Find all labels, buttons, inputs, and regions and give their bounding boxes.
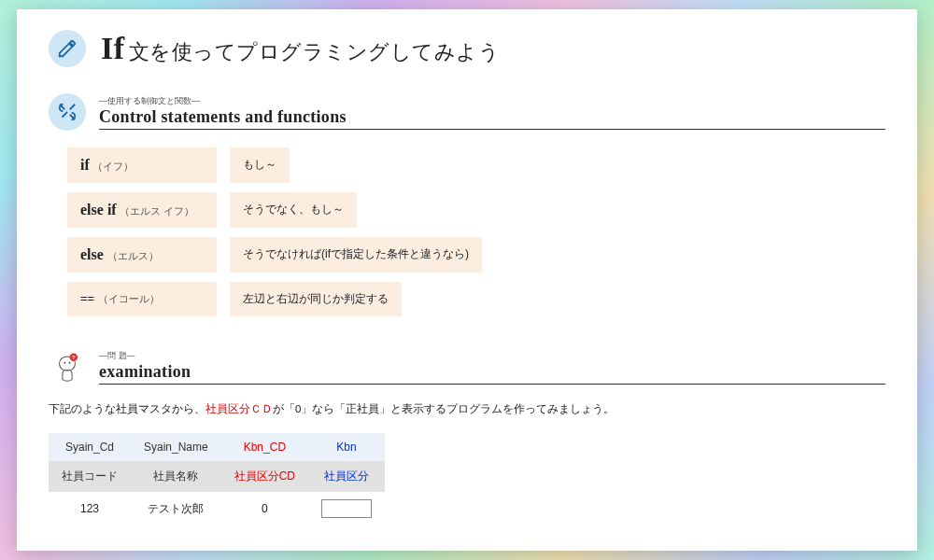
col-kbn-jp: 社員区分 bbox=[308, 461, 385, 492]
exam-description: 下記のような社員マスタから、社員区分ＣＤが「0」なら「正社員」と表示するプログラ… bbox=[49, 402, 885, 416]
definition-table: if （イフ） もし～ else if （エルス イフ） そうでなく、もし～ e… bbox=[67, 147, 885, 316]
def-row: if （イフ） もし～ bbox=[67, 147, 885, 183]
title-row: If 文を使ってプログラミングしてみよう bbox=[49, 30, 885, 67]
col-syain-name-jp: 社員名称 bbox=[131, 461, 221, 492]
cell-name: テスト次郎 bbox=[131, 492, 221, 525]
exam-text-post: が「0」なら「正社員」と表示するプログラムを作ってみましょう。 bbox=[273, 403, 615, 414]
tools-icon bbox=[49, 93, 86, 131]
col-syain-cd: Syain_Cd bbox=[49, 433, 131, 461]
syain-table: Syain_Cd Syain_Name Kbn_CD Kbn 社員コード 社員名… bbox=[49, 433, 385, 525]
def-reading: （エルス） bbox=[107, 250, 159, 261]
exam-text-pre: 下記のような社員マスタから、 bbox=[49, 403, 205, 414]
def-term: == （イコール） bbox=[67, 282, 217, 316]
col-syain-cd-jp: 社員コード bbox=[49, 461, 131, 492]
def-reading: （イフ） bbox=[92, 161, 134, 172]
col-kbn: Kbn bbox=[308, 433, 385, 461]
content-card: If 文を使ってプログラミングしてみよう ―使用する制御文と関数― Contro… bbox=[17, 9, 917, 551]
cell-code: 123 bbox=[49, 492, 131, 525]
section-exam-head: ? ―問 題― examination bbox=[49, 348, 885, 385]
section-control-head: ―使用する制御文と関数― Control statements and func… bbox=[49, 93, 885, 131]
section-exam-titles: ―問 題― examination bbox=[99, 350, 885, 385]
col-kbn-cd: Kbn_CD bbox=[221, 433, 308, 461]
def-desc: そうでなく、もし～ bbox=[230, 192, 357, 228]
table-row: 123 テスト次郎 0 bbox=[49, 492, 385, 525]
table-header-jp: 社員コード 社員名称 社員区分CD 社員区分 bbox=[49, 461, 385, 492]
col-kbn-cd-jp: 社員区分CD bbox=[221, 461, 308, 492]
def-reading: （イコール） bbox=[98, 293, 160, 304]
pencil-icon bbox=[49, 30, 86, 67]
cell-kbn bbox=[308, 492, 385, 525]
table-header-en: Syain_Cd Syain_Name Kbn_CD Kbn bbox=[49, 433, 385, 461]
question-icon: ? bbox=[49, 348, 86, 385]
svg-text:?: ? bbox=[72, 355, 76, 360]
svg-point-3 bbox=[64, 362, 65, 364]
def-keyword: == bbox=[80, 291, 94, 305]
def-row: == （イコール） 左辺と右辺が同じか判定する bbox=[67, 282, 885, 316]
section-control-titles: ―使用する制御文と関数― Control statements and func… bbox=[99, 95, 885, 130]
section-exam-main: examination bbox=[99, 362, 885, 382]
def-row: else （エルス） そうでなければ(ifで指定した条件と違うなら) bbox=[67, 237, 885, 273]
def-term: else if （エルス イフ） bbox=[67, 192, 217, 228]
def-desc: もし～ bbox=[230, 147, 290, 183]
cell-kbncd: 0 bbox=[221, 492, 308, 525]
def-keyword: if bbox=[80, 157, 90, 173]
col-syain-name: Syain_Name bbox=[131, 433, 221, 461]
kbn-input[interactable] bbox=[321, 499, 372, 518]
title-if: If bbox=[101, 31, 125, 66]
svg-point-4 bbox=[69, 362, 71, 364]
title-rest: 文を使ってプログラミングしてみよう bbox=[129, 38, 501, 66]
def-term: else （エルス） bbox=[67, 237, 217, 273]
section-exam-sub: ―問 題― bbox=[99, 350, 885, 362]
def-keyword: else if bbox=[80, 202, 117, 217]
def-keyword: else bbox=[80, 246, 104, 262]
def-term: if （イフ） bbox=[67, 147, 217, 183]
def-row: else if （エルス イフ） そうでなく、もし～ bbox=[67, 192, 885, 228]
page-title: If 文を使ってプログラミングしてみよう bbox=[101, 31, 500, 66]
section-control-main: Control statements and functions bbox=[99, 107, 885, 127]
def-desc: 左辺と右辺が同じか判定する bbox=[230, 282, 402, 316]
def-reading: （エルス イフ） bbox=[120, 205, 194, 217]
def-desc: そうでなければ(ifで指定した条件と違うなら) bbox=[230, 237, 482, 273]
exam-text-red: 社員区分ＣＤ bbox=[205, 403, 273, 414]
section-control-sub: ―使用する制御文と関数― bbox=[99, 95, 885, 107]
